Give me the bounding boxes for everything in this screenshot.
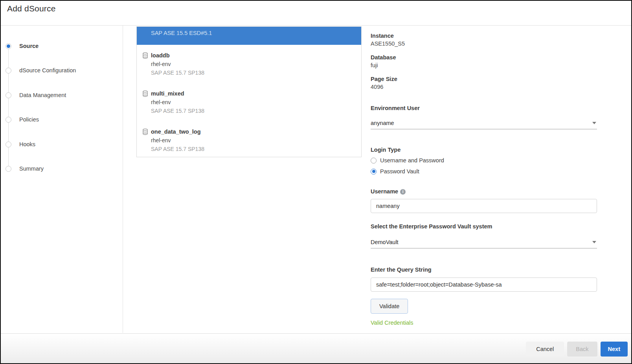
username-label-text: Username [371, 188, 398, 195]
step-label: dSource Configuration [19, 67, 76, 74]
environment-user-label: Environment User [371, 105, 597, 112]
query-string-input[interactable] [371, 278, 597, 292]
dialog-header: Add dSource [1, 1, 631, 26]
step-summary[interactable]: Summary [1, 164, 119, 173]
vault-system-select[interactable]: DemoVault [371, 237, 597, 248]
source-name: one_data_two_log [151, 127, 361, 136]
instance-label: Instance [371, 32, 597, 40]
step-label: Policies [19, 116, 39, 123]
validate-button[interactable]: Validate [371, 299, 408, 314]
step-radio-icon [6, 166, 11, 172]
step-hooks[interactable]: Hooks [1, 140, 119, 149]
sidebar-divider [123, 26, 123, 333]
source-version: SAP ASE 15.7 SP138 [151, 145, 361, 153]
instance-value: ASE1550_S5 [371, 40, 597, 48]
next-button[interactable]: Next [601, 342, 628, 357]
radio-password-vault[interactable]: Password Vault [371, 168, 597, 175]
radio-icon-selected [371, 169, 377, 175]
chevron-down-icon [592, 122, 596, 124]
step-data-management[interactable]: Data Management [1, 90, 119, 100]
source-name: multi_mixed [151, 89, 361, 98]
vault-selected-value: DemoVault [371, 239, 399, 245]
selected-source-title: SAP ASE 15.5 ESD#5.1 [151, 30, 212, 36]
step-radio-icon [6, 43, 11, 49]
step-radio-icon [6, 117, 11, 123]
database-icon [142, 129, 148, 137]
database-icon [142, 52, 148, 61]
step-radio-icon [6, 68, 11, 74]
source-environment: rhel-env [151, 98, 361, 107]
source-environment: rhel-env [151, 60, 361, 68]
login-type-label: Login Type [371, 146, 597, 154]
database-value: fuji [371, 61, 597, 69]
source-list-panel: SAP ASE 15.5 ESD#5.1 loaddb rhel-env SAP… [136, 26, 362, 157]
source-list-item-selected[interactable]: SAP ASE 15.5 ESD#5.1 [137, 27, 361, 45]
step-label: Data Management [19, 92, 66, 98]
username-input[interactable] [371, 199, 597, 213]
source-version: SAP ASE 15.7 SP138 [151, 68, 361, 77]
step-label: Summary [19, 165, 44, 172]
step-policies[interactable]: Policies [1, 115, 119, 124]
query-string-label: Enter the Query String [371, 266, 597, 274]
step-radio-icon [6, 142, 11, 147]
database-label: Database [371, 54, 597, 61]
environment-user-selected-value: anyname [371, 120, 394, 126]
step-connector-line [8, 46, 9, 169]
back-button[interactable]: Back [567, 342, 597, 357]
source-details-form: Instance ASE1550_S5 Database fuji Page S… [371, 32, 597, 326]
source-name: loaddb [151, 51, 361, 60]
page-size-value: 4096 [371, 83, 597, 91]
add-dsource-dialog: Add dSource Source dSource Configuration… [0, 0, 632, 364]
database-icon [142, 90, 148, 99]
source-version: SAP ASE 15.7 SP138 [151, 107, 361, 115]
vault-system-label: Select the Enterprise Password Vault sys… [371, 223, 597, 230]
radio-username-and-password[interactable]: Username and Password [371, 157, 597, 164]
step-dsource-configuration[interactable]: dSource Configuration [1, 66, 119, 75]
step-radio-icon [6, 92, 11, 98]
source-list-item[interactable]: loaddb rhel-env SAP ASE 15.7 SP138 [137, 51, 361, 77]
page-title: Add dSource [7, 4, 56, 13]
radio-icon [371, 158, 377, 164]
step-source[interactable]: Source [1, 41, 119, 51]
info-icon[interactable]: i [400, 189, 406, 195]
username-label: Usernamei [371, 188, 597, 195]
radio-label: Password Vault [380, 168, 419, 175]
step-label: Hooks [19, 141, 35, 147]
cancel-button[interactable]: Cancel [526, 342, 564, 357]
step-label: Source [19, 43, 39, 49]
source-list-item[interactable]: multi_mixed rhel-env SAP ASE 15.7 SP138 [137, 89, 361, 115]
source-environment: rhel-env [151, 136, 361, 145]
wizard-steps: Source dSource Configuration Data Manage… [1, 26, 123, 333]
environment-user-select[interactable]: anyname [371, 118, 597, 129]
radio-label: Username and Password [380, 157, 444, 164]
dialog-footer: Cancel Back Next [1, 333, 631, 364]
validation-status-message: Valid Credentials [371, 320, 597, 326]
source-list-item[interactable]: one_data_two_log rhel-env SAP ASE 15.7 S… [137, 127, 361, 153]
source-list: loaddb rhel-env SAP ASE 15.7 SP138 multi… [137, 45, 361, 153]
page-size-label: Page Size [371, 75, 597, 83]
chevron-down-icon [592, 241, 596, 243]
